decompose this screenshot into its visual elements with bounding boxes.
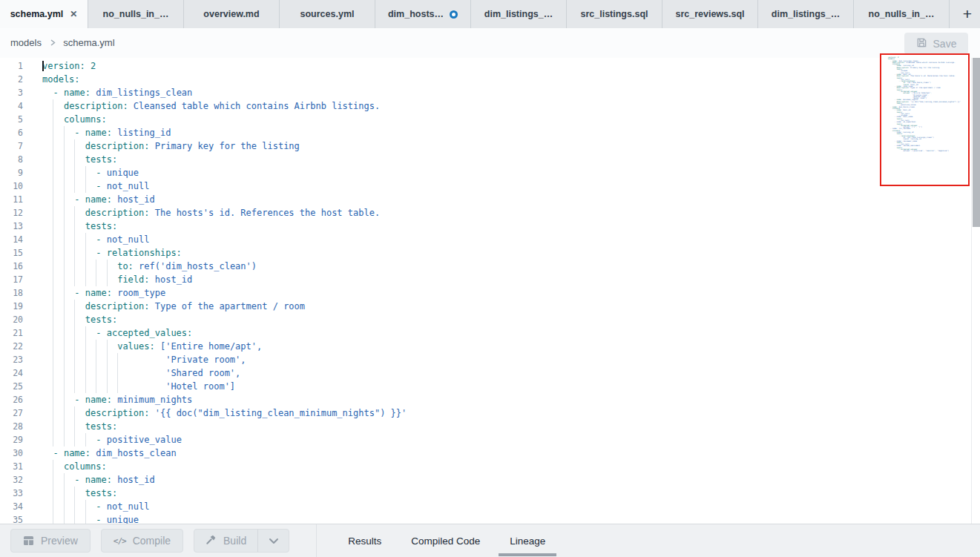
code-line[interactable]: - unique [33, 513, 980, 524]
code-line[interactable]: tests: [33, 220, 980, 233]
tab-lineage[interactable]: Lineage [510, 524, 545, 557]
indent-guide [74, 260, 75, 273]
code-line[interactable]: - name: listing_id [33, 126, 980, 139]
line-number: 4 [0, 99, 33, 113]
code-line[interactable]: 'Private room', [33, 353, 980, 366]
line-number: 22 [0, 340, 33, 353]
code-line[interactable]: description: Type of the apartment / roo… [33, 300, 980, 313]
line-number: 23 [0, 353, 33, 366]
indent-guide [85, 340, 86, 353]
indent-guide [85, 353, 86, 366]
indent-guide [64, 340, 65, 353]
code-line[interactable]: - unique [33, 166, 980, 179]
compile-button[interactable]: </> Compile [101, 529, 183, 553]
tab-compiled-code[interactable]: Compiled Code [411, 524, 480, 557]
indent-guide [64, 193, 65, 206]
code-line[interactable]: description: Primary key for the listing [33, 139, 980, 153]
code-line[interactable]: - name: host_id [33, 193, 980, 206]
code-line[interactable]: - not_null [33, 179, 980, 193]
preview-button[interactable]: Preview [10, 529, 91, 553]
editor-tab[interactable]: src_reviews.sql [662, 0, 758, 28]
scrollbar-thumb[interactable] [973, 58, 980, 227]
indent-guide [53, 487, 53, 500]
indent-guide [85, 273, 86, 286]
indent-guide [74, 366, 75, 380]
code-line[interactable]: tests: [33, 153, 980, 166]
indent-guide [74, 513, 75, 524]
indent-guide [64, 139, 65, 153]
preview-button-label: Preview [41, 535, 78, 547]
save-button[interactable]: Save [904, 33, 968, 54]
code-line[interactable]: - not_null [33, 233, 980, 246]
build-options-button[interactable] [257, 530, 289, 552]
code-line[interactable]: description: '{{ doc("dim_listing_clean_… [33, 406, 980, 420]
line-number: 2 [0, 73, 33, 86]
line-number: 25 [0, 380, 33, 393]
code-line[interactable]: - name: room_type [33, 286, 980, 300]
code-line[interactable]: models: [33, 73, 980, 86]
file-tab-bar: schema.yml✕no_nulls_in_…overview.mdsourc… [0, 0, 980, 28]
indent-guide [74, 246, 75, 260]
editor-scrollbar[interactable] [971, 58, 980, 524]
close-icon[interactable]: ✕ [70, 10, 77, 19]
minimap-content: version: 2models: - name: dim_listings_c… [888, 57, 967, 153]
code-line[interactable]: - not_null [33, 500, 980, 513]
code-line[interactable]: tests: [33, 313, 980, 326]
code-line[interactable]: - positive_value [33, 433, 980, 446]
indent-guide [74, 380, 75, 393]
indent-guide [53, 193, 53, 206]
code-line[interactable]: 'Shared room', [33, 366, 980, 380]
tab-label: no_nulls_in_… [869, 9, 935, 19]
code-line[interactable]: description: Cleansed table which contai… [33, 99, 980, 113]
editor-tab[interactable]: dim_listings_… [758, 0, 854, 28]
editor-tab[interactable]: no_nulls_in_… [88, 0, 184, 28]
new-tab-button[interactable]: + [955, 0, 980, 28]
indent-guide [64, 246, 65, 260]
code-line[interactable]: - name: minimum_nights [33, 393, 980, 406]
code-line[interactable]: 'Hotel room'] [33, 380, 980, 393]
editor-tab[interactable]: src_listings.sql [567, 0, 662, 28]
line-number: 28 [0, 420, 33, 433]
code-line[interactable]: - accepted_values: [33, 326, 980, 340]
editor-tab[interactable]: sources.yml [280, 0, 375, 28]
indent-guide [74, 166, 75, 179]
editor-tab[interactable]: no_nulls_in_… [854, 0, 950, 28]
code-line[interactable]: tests: [33, 420, 980, 433]
indent-guide [74, 139, 75, 153]
editor-tab[interactable]: dim_hosts… [375, 0, 471, 28]
indent-guide [53, 166, 53, 179]
code-line[interactable]: to: ref('dim_hosts_clean') [33, 260, 980, 273]
code-line[interactable]: field: host_id [33, 273, 980, 286]
indent-guide [53, 380, 53, 393]
indent-guide [74, 313, 75, 326]
code-line[interactable]: columns: [33, 113, 980, 126]
line-number: 5 [0, 113, 33, 126]
code-line[interactable]: description: The hosts's id. References … [33, 206, 980, 220]
code-line[interactable]: - name: host_id [33, 473, 980, 487]
line-number: 3 [0, 86, 33, 99]
tab-results[interactable]: Results [348, 524, 381, 557]
line-number: 12 [0, 206, 33, 220]
indent-guide [53, 300, 53, 313]
code-line[interactable]: - name: dim_hosts_clean [33, 446, 980, 460]
editor-tab[interactable]: dim_listings_… [471, 0, 567, 28]
editor-tab[interactable]: schema.yml✕ [0, 0, 88, 28]
code-editor[interactable]: 1234567891011121314151617181920212223242… [0, 58, 980, 524]
code-line[interactable]: tests: [33, 487, 980, 500]
indent-guide [64, 273, 65, 286]
code-line[interactable]: values: ['Entire home/apt', [33, 340, 980, 353]
code-lines[interactable]: version: 2models: - name: dim_listings_c… [33, 58, 980, 524]
code-line[interactable]: columns: [33, 460, 980, 473]
code-line[interactable]: - relationships: [33, 246, 980, 260]
code-line[interactable]: - name: dim_listings_clean [33, 86, 980, 99]
indent-guide [85, 326, 86, 340]
line-number: 6 [0, 126, 33, 139]
code-line[interactable]: version: 2 [33, 59, 980, 73]
indent-guide [53, 139, 53, 153]
indent-guide [64, 166, 65, 179]
indent-guide [85, 246, 86, 260]
editor-tab[interactable]: overview.md [184, 0, 280, 28]
indent-guide [74, 179, 75, 193]
tab-label: sources.yml [300, 9, 355, 19]
build-button[interactable]: Build [194, 530, 257, 552]
